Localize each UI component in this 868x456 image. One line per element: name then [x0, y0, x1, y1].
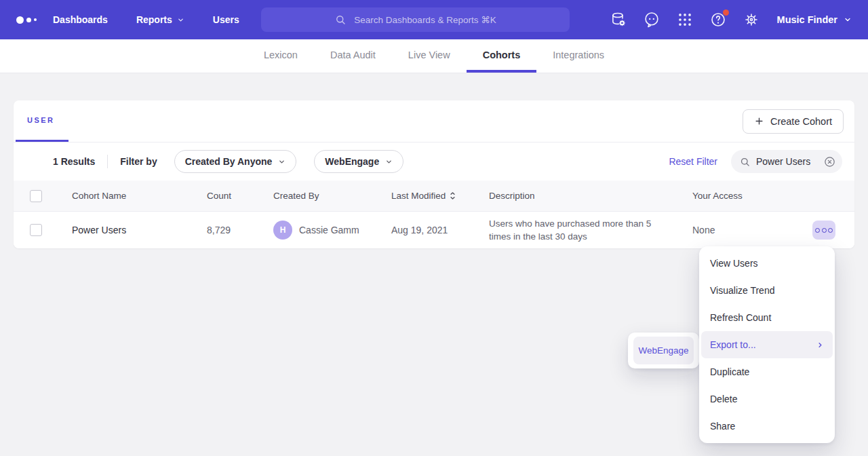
plus-icon	[754, 116, 764, 126]
description-cell: Users who have purchased more than 5 tim…	[489, 217, 692, 243]
tab-lexicon[interactable]: Lexicon	[248, 39, 314, 73]
column-header-label: Last Modified	[391, 191, 446, 201]
column-header-cohort-name: Cohort Name	[72, 191, 207, 201]
settings-gear-icon[interactable]	[743, 11, 760, 28]
chevron-down-icon	[844, 16, 852, 24]
menu-item-share[interactable]: Share	[699, 413, 835, 440]
divider	[107, 155, 108, 168]
column-header-count: Count	[207, 191, 273, 201]
nav-item-dashboards[interactable]: Dashboards	[53, 14, 108, 25]
nav-item-label: Reports	[136, 14, 172, 25]
create-cohort-label: Create Cohort	[770, 116, 832, 127]
avatar: H	[273, 221, 292, 240]
cohort-name-cell[interactable]: Power Users	[72, 225, 207, 235]
filter-by-label: Filter by	[120, 156, 157, 167]
column-header-your-access: Your Access	[692, 191, 812, 201]
create-cohort-button[interactable]: Create Cohort	[743, 109, 844, 134]
help-icon[interactable]	[709, 11, 727, 28]
cohort-search-box	[731, 150, 842, 173]
section-tabbar: Lexicon Data Audit Live View Cohorts Int…	[0, 39, 868, 73]
global-search-placeholder: Search Dashboards & Reports ⌘K	[354, 14, 496, 25]
apps-grid-icon[interactable]	[676, 11, 694, 28]
row-checkbox[interactable]	[30, 224, 42, 236]
menu-item-label: Export to...	[710, 339, 756, 350]
column-header-created-by: Created By	[273, 191, 391, 201]
submenu-item-webengage[interactable]: WebEngage	[633, 337, 694, 364]
created-by-filter-value: Created By Anyone	[185, 156, 273, 167]
menu-item-duplicate[interactable]: Duplicate	[699, 358, 835, 385]
last-modified-cell: Aug 19, 2021	[391, 225, 489, 235]
chevron-down-icon	[385, 158, 393, 166]
brand-logo-icon[interactable]	[16, 16, 37, 24]
notification-badge	[723, 10, 729, 16]
filter-toolbar: 1 Results Filter by Created By Anyone We…	[14, 142, 854, 180]
search-icon	[739, 156, 751, 168]
select-all-checkbox[interactable]	[30, 190, 42, 202]
top-nav: Dashboards Reports Users Search Dashboar…	[0, 0, 868, 39]
tab-cohorts[interactable]: Cohorts	[467, 39, 537, 73]
primary-nav: Dashboards Reports Users	[53, 14, 239, 25]
cohort-search-input[interactable]	[756, 156, 818, 167]
reset-filter-link[interactable]: Reset Filter	[669, 156, 717, 167]
tab-integrations[interactable]: Integrations	[536, 39, 620, 73]
nav-item-label: Dashboards	[53, 14, 108, 25]
tab-user-cohorts[interactable]: USER	[16, 100, 68, 142]
menu-item-refresh-count[interactable]: Refresh Count	[699, 304, 835, 331]
table-row[interactable]: Power Users 8,729 H Cassie Gamm Aug 19, …	[14, 212, 854, 248]
row-actions-menu-button[interactable]	[812, 221, 835, 240]
card-header: USER Create Cohort	[14, 100, 854, 142]
menu-item-export-to[interactable]: Export to...	[701, 331, 833, 358]
chevron-down-icon	[278, 158, 285, 166]
row-actions-context-menu: View Users Visualize Trend Refresh Count…	[699, 246, 835, 443]
created-by-filter-dropdown[interactable]: Created By Anyone	[174, 150, 297, 173]
your-access-cell: None	[692, 225, 812, 235]
table-header-row: Cohort Name Count Created By Last Modifi…	[14, 180, 854, 212]
menu-item-visualize-trend[interactable]: Visualize Trend	[699, 277, 835, 304]
clear-search-icon[interactable]	[823, 155, 836, 168]
nav-item-label: Users	[213, 14, 239, 25]
integration-filter-dropdown[interactable]: WebEngage	[314, 150, 403, 173]
chevron-right-icon	[816, 341, 824, 349]
global-search-bar[interactable]: Search Dashboards & Reports ⌘K	[261, 7, 570, 32]
menu-item-view-users[interactable]: View Users	[699, 250, 835, 277]
search-icon	[334, 14, 347, 26]
column-header-description: Description	[489, 191, 692, 201]
menu-item-delete[interactable]: Delete	[699, 385, 835, 413]
messages-icon[interactable]	[643, 11, 660, 28]
nav-utilities: Music Finder	[610, 11, 868, 28]
sort-icon	[450, 191, 456, 200]
cohorts-card: USER Create Cohort 1 Results Filter by C…	[14, 100, 854, 248]
project-switcher[interactable]: Music Finder	[777, 14, 852, 25]
project-name: Music Finder	[777, 14, 837, 25]
tab-data-audit[interactable]: Data Audit	[314, 39, 392, 73]
created-by-name: Cassie Gamm	[299, 225, 359, 235]
created-by-cell: H Cassie Gamm	[273, 221, 391, 240]
chevron-down-icon	[177, 16, 184, 24]
export-submenu: WebEngage	[628, 332, 699, 368]
nav-item-users[interactable]: Users	[213, 14, 239, 25]
column-header-last-modified[interactable]: Last Modified	[391, 191, 489, 201]
count-cell: 8,729	[207, 225, 273, 235]
tab-live-view[interactable]: Live View	[392, 39, 467, 73]
data-management-icon[interactable]	[610, 11, 627, 28]
results-count: 1 Results	[53, 156, 95, 167]
nav-item-reports[interactable]: Reports	[136, 14, 184, 25]
integration-filter-value: WebEngage	[325, 156, 379, 167]
